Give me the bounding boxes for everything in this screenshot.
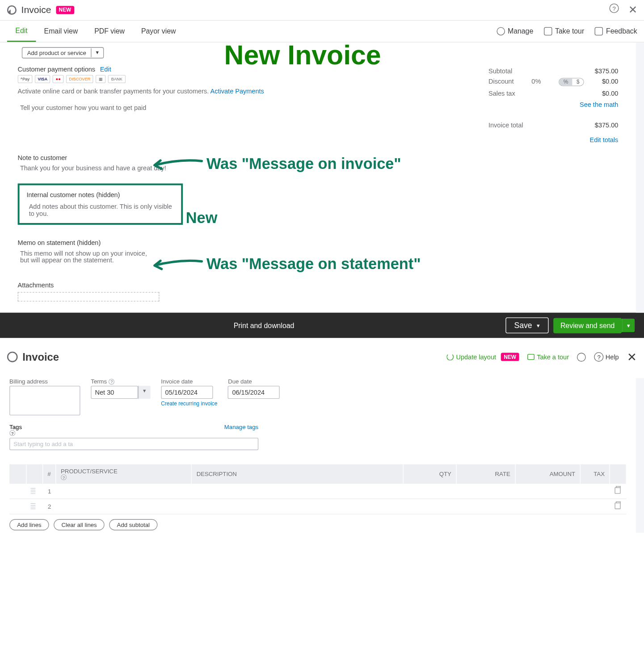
history-icon[interactable] [7,5,17,15]
attachments-section: Attachments [18,282,619,302]
terms-field: Terms? Net 30▼ [91,378,150,415]
review-send-button[interactable]: Review and send [553,318,622,333]
attachments-label: Attachments [18,282,619,289]
chevron-down-icon[interactable]: ▼ [91,48,103,57]
table-row[interactable]: 2 [9,499,626,514]
tags-field: Tags ?Manage tags Start typing to add a … [9,424,627,450]
help-icon: ? [594,352,604,362]
arrow-icon [150,156,203,174]
bus-icon [527,354,535,360]
line-items-table: # PRODUCT/SERVICE ? DESCRIPTION QTY RATE… [9,464,627,514]
cpo-edit-link[interactable]: Edit [100,66,111,73]
tab-payor[interactable]: Payor view [133,21,184,42]
card-icon: ▦ [96,75,105,83]
print-download-link[interactable]: Print and download [234,321,295,329]
subtotal-value: $375.00 [595,67,618,74]
settings-icon[interactable] [577,353,586,362]
table-row[interactable]: 1 [9,484,626,499]
tab-pdf[interactable]: PDF view [86,21,133,42]
see-math-link[interactable]: See the math [488,101,618,108]
activate-payments-link[interactable]: Activate Payments [210,87,264,94]
trash-icon[interactable] [615,503,620,510]
add-subtotal-button[interactable]: Add subtotal [109,519,157,531]
manage-button[interactable]: Manage [497,27,533,35]
tell-customer-text[interactable]: Tell your customer how you want to get p… [20,104,324,111]
discount-toggle[interactable]: %$ [559,78,584,86]
window-titlebar: Invoice NEW ? ✕ [0,0,644,21]
internal-label: Internal customer notes (hidden) [26,191,174,198]
annotation-note: Was "Message on invoice" [206,155,401,173]
drag-icon[interactable] [31,488,36,493]
annotation-memo: Was "Message on statement" [206,255,421,273]
take-tour-link[interactable]: Take a tour [527,354,569,361]
old-body: Billing address Terms? Net 30▼ Invoice d… [0,378,644,533]
trash-icon[interactable] [615,487,620,494]
tab-edit[interactable]: Edit [7,21,36,42]
close-icon[interactable]: ✕ [627,350,637,364]
annotation-title: New Invoice [224,42,381,71]
old-invoice-window: Invoice Update layoutNEW Take a tour ?He… [0,346,644,533]
payment-methods: ᴬPay VISA ●● DISCOVER ▦ BANK [18,75,324,83]
manage-tags-link[interactable]: Manage tags [224,424,258,436]
help-link[interactable]: ?Help [594,352,619,362]
internal-text[interactable]: Add notes about this customer. This is o… [26,203,174,217]
internal-notes-section: Internal customer notes (hidden) Add not… [18,184,183,225]
memo-label: Memo on statement (hidden) [18,239,619,246]
review-send-caret[interactable]: ▾ [622,319,635,332]
new-invoice-window: Invoice NEW ? ✕ Edit Email view PDF view… [0,0,644,338]
due-date-input[interactable] [228,386,280,399]
clear-lines-button[interactable]: Clear all lines [54,519,105,531]
update-layout-link[interactable]: Update layoutNEW [446,353,519,361]
billing-input[interactable] [9,386,80,415]
bank-icon: BANK [108,75,125,83]
take-tour-button[interactable]: Take tour [544,27,584,35]
gear-icon[interactable] [7,352,18,362]
invoice-body: Add product or service▼ New Invoice Cust… [0,42,644,313]
footer-bar: Print and download Save Review and send … [0,313,644,338]
create-recurring-link[interactable]: Create recurring invoice [161,400,217,406]
old-titlebar: Invoice Update layoutNEW Take a tour ?He… [0,346,644,368]
cpo-text: Activate online card or bank transfer pa… [18,87,324,96]
totals-panel: Subtotal$375.00 Discount0% %$ $0.00 Sale… [488,66,618,143]
invoice-total-value: $375.00 [595,122,618,129]
mastercard-icon: ●● [53,75,63,83]
annotation-new: New [186,209,218,227]
view-tabs: Edit Email view PDF view Payor view Mana… [0,21,644,42]
chevron-down-icon[interactable]: ▼ [138,386,151,399]
save-button[interactable]: Save [505,317,549,333]
window-title: Invoice [21,5,51,16]
drag-icon[interactable] [31,503,36,509]
help-icon[interactable]: ? [9,430,15,436]
billing-field: Billing address [9,378,80,415]
help-icon[interactable]: ? [109,379,114,384]
due-date-field: Due date [228,378,280,415]
refresh-icon [446,354,454,361]
help-icon[interactable]: ? [61,474,67,480]
close-icon[interactable]: ✕ [628,4,637,17]
new-badge: NEW [56,6,74,14]
invoice-date-field: Invoice date Create recurring invoice [161,378,217,415]
add-lines-button[interactable]: Add lines [9,519,49,531]
discover-icon: DISCOVER [66,75,93,83]
add-product-button[interactable]: Add product or service▼ [22,47,104,59]
tour-icon [544,27,552,35]
tax-value: $0.00 [602,90,618,97]
feedback-button[interactable]: Feedback [595,27,637,35]
attachments-dropzone[interactable] [18,292,160,301]
applepay-icon: ᴬPay [18,75,33,83]
tags-input[interactable]: Start typing to add a ta [9,438,258,450]
old-title: Invoice [22,351,59,363]
arrow-icon [150,257,203,274]
gear-icon [497,27,505,35]
help-icon[interactable]: ? [610,4,619,13]
memo-text[interactable]: This memo will not show up on your invoi… [18,249,147,264]
tab-email[interactable]: Email view [36,21,86,42]
terms-select[interactable]: Net 30 [91,386,138,399]
feedback-icon [595,27,603,35]
edit-totals-link[interactable]: Edit totals [488,136,618,143]
invoice-date-input[interactable] [161,386,213,399]
visa-icon: VISA [35,75,51,83]
discount-value: $0.00 [602,78,618,86]
